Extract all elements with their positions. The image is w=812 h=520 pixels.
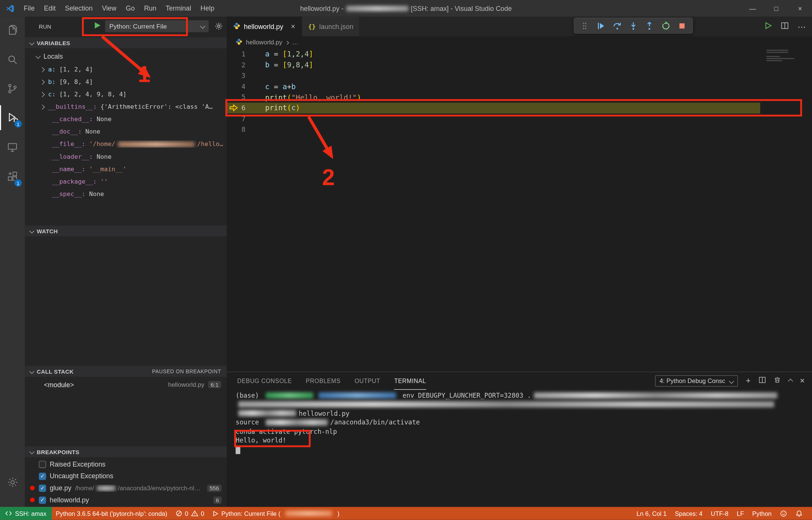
code-line[interactable]: 8 [227,124,812,135]
menu-selection[interactable]: Selection [60,0,97,17]
debug-settings-gear-icon[interactable] [214,22,223,33]
minimap[interactable] [767,50,804,62]
call-stack-frame[interactable]: <module> helloworld.py 6:1 [25,379,227,391]
close-button[interactable]: × [788,0,812,17]
call-stack-section-header[interactable]: CALL STACK PAUSED ON BREAKPOINT [25,366,227,377]
terminal-output[interactable]: (base) env DEBUGPY_LAUNCHER_PORT=32803 .… [236,391,807,507]
breakpoint-checkbox[interactable]: ✓ [39,484,46,491]
variable-row[interactable]: a:[1, 2, 4] [25,63,227,76]
menu-help[interactable]: Help [196,0,219,17]
new-terminal-icon[interactable]: + [746,377,751,385]
menu-run[interactable]: Run [139,0,161,17]
code-line[interactable]: 7 [227,113,812,124]
status-spaces-4[interactable]: Spaces: 4 [671,510,707,517]
close-tab-icon[interactable]: × [291,22,295,30]
breakpoint-checkbox[interactable]: ✓ [39,473,46,480]
code-line[interactable]: 3 [227,70,812,81]
breakpoint-row[interactable]: ✓helloworld.py6 [25,494,227,506]
variable-row[interactable]: c:[1, 2, 4, 9, 8, 4] [25,88,227,100]
breadcrumb-more[interactable]: … [292,39,298,46]
menu-view[interactable]: View [97,0,121,17]
code-line[interactable]: 2b = [9,8,4] [227,59,812,70]
breakpoint-checkbox[interactable] [39,461,46,468]
code-line[interactable]: 6print(c) [227,103,812,114]
sidebar-item-remote-explorer[interactable] [0,135,25,160]
panel-tab-problems[interactable]: PROBLEMS [306,372,340,390]
breadcrumb-file[interactable]: helloworld.py [246,39,282,46]
code-line[interactable]: 4c = a+b [227,81,812,92]
chevron-right-icon [39,67,45,72]
status-utf-8[interactable]: UTF-8 [707,510,733,517]
variable-row[interactable]: __doc__:None [25,125,227,138]
stop-button[interactable] [676,19,689,32]
step-over-button[interactable] [611,19,624,32]
breakpoint-row[interactable]: ✓glue.py/home//anaconda3/envs/pytorch-nl… [25,482,227,494]
line-number: 7 [227,115,253,123]
menu-file[interactable]: File [19,0,39,17]
terminal-selector-dropdown[interactable]: 4: Python Debug Consc [655,375,738,386]
more-actions-icon[interactable]: ⋯ [797,21,806,31]
minimize-button[interactable]: — [741,0,764,17]
debug-run-status[interactable]: Python: Current File () [208,510,344,517]
breakpoint-checkbox[interactable]: ✓ [39,496,46,503]
feedback-icon[interactable] [776,510,791,517]
close-panel-icon[interactable]: × [800,377,805,385]
window-title: helloworld.py - [SSH: amax] - Visual Stu… [300,5,512,12]
code-line[interactable]: 1a = [1,2,4] [227,49,812,59]
settings-gear-icon[interactable] [0,470,25,494]
sidebar-item-source-control[interactable] [0,76,25,101]
status-python[interactable]: Python [748,510,776,517]
breakpoint-row[interactable]: Raised Exceptions [25,458,227,470]
panel-tab-terminal[interactable]: TERMINAL [394,372,426,390]
restart-button[interactable] [659,19,673,32]
menu-terminal[interactable]: Terminal [161,0,195,17]
variable-row[interactable]: __loader__:None [25,150,227,163]
split-editor-icon[interactable] [781,21,789,31]
code-line[interactable]: 5print("Hello, world!") [227,92,812,103]
breadcrumb[interactable]: helloworld.py … [227,36,812,49]
sidebar-item-explorer[interactable] [0,18,25,43]
step-out-button[interactable] [643,19,656,32]
tab-launch-json[interactable]: {}launch.json [302,17,360,36]
start-debugging-icon[interactable] [93,21,102,32]
tab-helloworld-py[interactable]: helloworld.py× [227,17,302,36]
sidebar-item-search[interactable] [0,47,25,72]
terminal-selector-label: 4: Python Debug Consc [659,377,725,385]
run-python-file-icon[interactable] [764,21,772,31]
variables-section-header[interactable]: VARIABLES [25,37,227,48]
remote-indicator[interactable]: SSH: amax [0,507,52,520]
sidebar-item-run-and-debug[interactable]: 1 [0,105,25,130]
continue-button[interactable] [594,19,607,32]
variable-row[interactable]: __spec__:None [25,188,227,200]
menu-edit[interactable]: Edit [39,0,61,17]
panel-tab-debug-console[interactable]: DEBUG CONSOLE [237,372,292,390]
status-ln-6-col-1[interactable]: Ln 6, Col 1 [632,510,671,517]
breakpoints-section-header[interactable]: BREAKPOINTS [25,446,227,457]
maximize-button[interactable]: □ [764,0,788,17]
split-terminal-icon[interactable] [759,376,766,386]
kill-terminal-trash-icon[interactable] [774,376,781,386]
toolbar-drag-handle[interactable] [578,19,591,32]
variable-row[interactable]: __cached__:None [25,113,227,125]
variable-row[interactable]: __file__:'/home//hello… [25,138,227,150]
debug-config-dropdown[interactable]: Python: Current File [105,20,209,32]
step-into-button[interactable] [627,19,640,32]
sidebar-item-extensions[interactable]: 1 [0,164,25,189]
line-number: 8 [227,126,253,134]
vscode-window: FileEditSelectionViewGoRunTerminalHelp h… [0,0,812,520]
variable-row[interactable]: __package__:'' [25,175,227,188]
python-interpreter-status[interactable]: Python 3.6.5 64-bit ('pytorch-nlp': cond… [52,510,171,517]
problems-status[interactable]: 0 0 [171,510,208,517]
menu-go[interactable]: Go [121,0,139,17]
panel-tab-output[interactable]: OUTPUT [354,372,380,390]
code-editor[interactable]: 1a = [1,2,4]2b = [9,8,4]34c = a+b5print(… [227,49,812,371]
scope-locals[interactable]: Locals [25,50,227,62]
variable-row[interactable]: __name__:'__main__' [25,163,227,175]
status-lf[interactable]: LF [733,510,748,517]
breakpoint-row[interactable]: ✓Uncaught Exceptions [25,470,227,482]
watch-section-header[interactable]: WATCH [25,225,227,236]
variable-row[interactable]: b:[9, 8, 4] [25,76,227,88]
maximize-panel-icon[interactable] [788,379,793,384]
variable-row[interactable]: __builtins__:{'ArithmeticError': <class … [25,100,227,113]
notifications-bell-icon[interactable] [791,510,807,517]
